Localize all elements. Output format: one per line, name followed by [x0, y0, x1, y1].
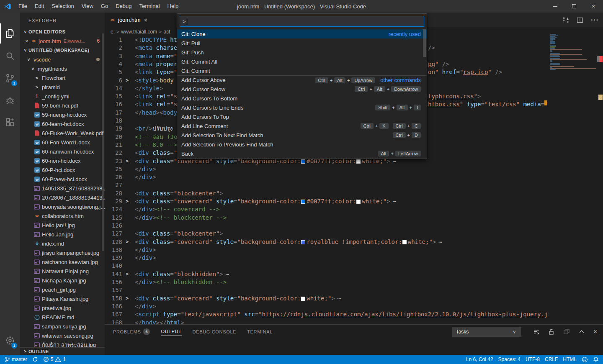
tree-file[interactable]: !_config.yml — [20, 92, 105, 101]
tree-file[interactable]: W60-namwarn-hci.docx — [20, 147, 105, 156]
code-line-25[interactable]: 25</div> — [105, 165, 603, 173]
activity-explorer[interactable] — [0, 23, 20, 44]
color-swatch[interactable] — [301, 159, 305, 164]
command-item[interactable]: Git: Pull — [177, 38, 427, 48]
output-channel-select[interactable]: Tasks > — [452, 327, 521, 337]
tree-file[interactable]: 59-bom-hci.pdf — [20, 101, 105, 110]
menu-selection[interactable]: Selection — [48, 0, 77, 13]
command-trailing-label[interactable]: recently used — [389, 31, 421, 37]
tree-file[interactable]: 14051835_87160833298... — [20, 184, 105, 193]
code-line-168[interactable]: 168</body></html> — [105, 319, 603, 325]
command-input[interactable]: > — [180, 16, 424, 27]
tree-file[interactable]: jirayu kampangchue.jpg — [20, 248, 105, 257]
command-item[interactable]: Git: Commit — [177, 66, 427, 75]
code-line-140[interactable]: 140 — [105, 262, 603, 270]
color-swatch[interactable] — [301, 200, 305, 204]
code-line-166[interactable]: 166</div> — [105, 302, 603, 310]
fold-chevron-icon[interactable]: > — [126, 295, 132, 302]
minimize-button[interactable] — [545, 0, 564, 13]
menu-go[interactable]: Go — [97, 0, 112, 13]
fold-chevron-icon[interactable]: > — [126, 270, 132, 278]
activity-source-control[interactable]: 1 — [0, 68, 20, 88]
tree-file[interactable]: W60-non-hci.docx — [20, 156, 105, 165]
tree-file[interactable]: Nichapa Kajan.jpg — [20, 276, 105, 285]
tree-file[interactable]: W60-P-hci.docx — [20, 165, 105, 174]
more-actions-icon[interactable]: ··· — [591, 16, 599, 24]
command-item[interactable]: Add Line CommentCtrl+KCtrl+C — [177, 121, 427, 131]
tree-file[interactable]: boonyada soongtiwong.j... — [20, 202, 105, 211]
tree-folder-piramid[interactable]: >piramid — [20, 82, 105, 92]
breadcrumb-item[interactable]: e: — [111, 29, 115, 35]
command-item[interactable]: Git: Commit All — [177, 57, 427, 66]
command-item[interactable]: Add Cursor AboveCtrl+Alt+UpArrowother co… — [177, 75, 427, 85]
close-panel-icon[interactable]: × — [593, 328, 597, 336]
panel-tab-output[interactable]: OUTPUT — [161, 327, 181, 336]
tree-folder-Flowchart[interactable]: >Flowchart — [20, 73, 105, 82]
menu-edit[interactable]: Edit — [31, 0, 48, 13]
code-line-26[interactable]: 26</div> — [105, 173, 603, 181]
breadcrumb-item[interactable]: www.thaiall.com — [121, 29, 157, 35]
menu-file[interactable]: File — [15, 0, 31, 13]
code-line-126[interactable]: 126 — [105, 222, 603, 230]
fold-chevron-icon[interactable]: > — [126, 238, 132, 246]
code-line-158[interactable]: 158><div class="covercard" style="backgr… — [105, 295, 603, 302]
minimap[interactable] — [549, 32, 598, 324]
tree-file[interactable]: wilaiwan saesong.jpg — [20, 331, 105, 340]
color-swatch[interactable] — [301, 240, 305, 244]
code-line-128[interactable]: 128><div class="covercard" style="backgr… — [105, 238, 603, 246]
tree-file[interactable]: sampan suriya.jpg — [20, 322, 105, 331]
command-item[interactable]: Add Cursor BelowCtrl+Alt+DownArrow — [177, 85, 427, 94]
menu-view[interactable]: View — [78, 0, 97, 13]
encoding[interactable]: UTF-8 — [523, 355, 542, 364]
tree-file[interactable]: 20728067_18888134413... — [20, 193, 105, 202]
code-line-27[interactable]: 27 — [105, 181, 603, 189]
feedback-smiley[interactable] — [579, 355, 590, 364]
clear-output-icon[interactable] — [533, 328, 540, 335]
outline-header[interactable]: > OUTLINE — [20, 347, 105, 355]
command-item[interactable]: Git: Push — [177, 48, 427, 57]
code-line-141[interactable]: 141><div class="blockhidden">⋯ — [105, 270, 603, 278]
sidebar-scrollbar[interactable] — [102, 33, 104, 251]
panel-tab-terminal[interactable]: TERMINAL — [247, 328, 273, 336]
code-line-127[interactable]: 127<div class="blockcenter"> — [105, 230, 603, 238]
close-button[interactable]: × — [584, 0, 603, 13]
menu-terminal[interactable]: Terminal — [135, 0, 163, 13]
code-line-124[interactable]: 124</div><!-- covercard --> — [105, 205, 603, 213]
tree-file[interactable]: praetiwa.jpg — [20, 303, 105, 313]
tree-file[interactable]: README.md — [20, 313, 105, 322]
breadcrumb[interactable]: e:>www.thaiall.com>act — [111, 27, 170, 36]
activity-search[interactable] — [0, 46, 20, 66]
panel-tab-problems[interactable]: PROBLEMS6 — [113, 327, 150, 337]
command-item[interactable]: Add Selection To Previous Find Match — [177, 140, 427, 149]
maximize-button[interactable] — [564, 0, 584, 13]
breadcrumb-item[interactable]: act — [164, 29, 170, 35]
lock-icon[interactable] — [548, 328, 555, 335]
language-mode[interactable]: HTML — [560, 355, 579, 364]
tree-file[interactable]: 60-Fluke-Work_Week.pdf — [20, 128, 105, 138]
command-item[interactable]: Git: Clonerecently used — [177, 29, 427, 38]
activity-extensions[interactable] — [0, 113, 20, 133]
tree-file[interactable]: Hello jan!!.jpg — [20, 220, 105, 230]
color-swatch[interactable] — [402, 240, 407, 244]
tree-folder-vscode[interactable]: >vscode — [20, 55, 105, 64]
menu-help[interactable]: Help — [164, 0, 183, 13]
code-line-138[interactable]: 138</div> — [105, 246, 603, 254]
fold-chevron-icon[interactable]: > — [126, 197, 132, 205]
folded-code-icon[interactable]: ⋯ — [393, 198, 397, 205]
color-swatch[interactable] — [356, 159, 361, 164]
notifications-bell[interactable] — [590, 355, 601, 364]
command-item[interactable]: Add Cursors To Top — [177, 112, 427, 121]
indentation[interactable]: Spaces: 4 — [496, 355, 523, 364]
code-line-156[interactable]: 156</div><!-- blockhidden --> — [105, 278, 603, 286]
tree-file[interactable]: Pittaya Kanasin.jpg — [20, 294, 105, 303]
command-item[interactable]: Add Selection To Next Find MatchCtrl+D — [177, 131, 427, 140]
tree-folder-mygitfriends[interactable]: >mygitfriends — [20, 64, 105, 73]
cursor-position[interactable]: Ln 6, Col 42 — [464, 355, 496, 364]
eol-sequence[interactable]: CRLF — [542, 355, 560, 364]
open-editors-header[interactable]: > OPEN EDITORS — [20, 27, 105, 36]
code-line-157[interactable]: 157 — [105, 286, 603, 294]
code-line-28[interactable]: 28<div class="blockcenter"> — [105, 190, 603, 197]
code-line-125[interactable]: 125</div><!-- blockcenter --> — [105, 214, 603, 222]
color-swatch[interactable] — [301, 297, 305, 301]
tree-file[interactable]: W59-nueng-hci.docx — [20, 110, 105, 119]
